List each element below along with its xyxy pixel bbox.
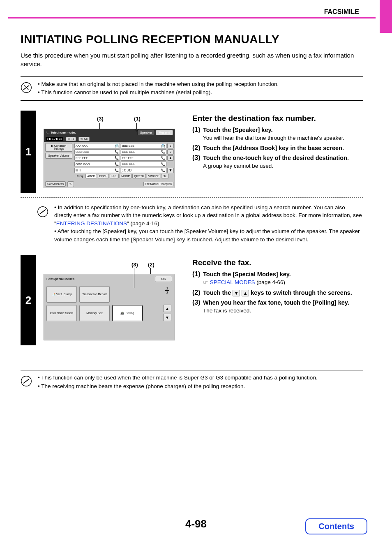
fax-manual-reception-button[interactable]: Fax Manual Reception <box>143 182 173 186</box>
panel-title: 📞 Telephone mode. <box>46 131 76 134</box>
scroll-down-button[interactable]: ▼ <box>163 314 171 321</box>
note-list: This function can only be used when the … <box>38 374 318 391</box>
freq-label: Freq. <box>76 175 85 178</box>
one-touch-key[interactable]: EEE EEE📞 <box>74 155 120 161</box>
index-tab[interactable]: EFGH <box>98 174 109 178</box>
category-label: FACSIMILE <box>8 8 376 16</box>
page-header: FACSIMILE <box>8 8 376 18</box>
index-tab[interactable]: etc. <box>161 174 169 178</box>
step1-figure: (3) (1) 📞 Telephone mode. Speaker Resend <box>36 111 188 193</box>
one-touch-key[interactable]: BBB BBB📇 <box>121 143 166 148</box>
resend-button[interactable]: Resend <box>156 130 173 135</box>
scroll-down-button[interactable]: ▼ <box>167 168 174 173</box>
one-touch-key[interactable]: AAA AAA📇 <box>74 143 120 148</box>
entering-destinations-link[interactable]: ENTERING DESTINATIONS <box>56 220 127 227</box>
callout-3: (3) <box>131 261 138 268</box>
index-tab[interactable]: MNOP <box>120 174 131 178</box>
scroll-up-button[interactable]: ▲ <box>163 305 171 312</box>
ok-button[interactable]: OK <box>155 276 172 282</box>
header-rule <box>8 17 376 18</box>
special-modes-panel: Fax/Special Modes OK 📑Verif. Stamp Trans… <box>44 274 175 340</box>
cc-field[interactable]: ✉ Cc <box>78 137 90 141</box>
page-fraction: 22 <box>165 287 169 294</box>
one-touch-key[interactable]: FFF FFF📞 <box>121 155 166 161</box>
verif-stamp-button[interactable]: 📑Verif. Stamp <box>46 286 77 303</box>
one-touch-key[interactable]: GGG GGG📞 <box>74 162 120 167</box>
substep-title: Touch the [Address Book] key in the base… <box>203 145 344 151</box>
callout-2: (2) <box>148 261 154 268</box>
scroll-up-button[interactable]: ▲ <box>167 155 174 161</box>
step2-figure: (3) (2) Fax/Special Modes OK 📑Verif. Sta… <box>36 255 188 345</box>
one-touch-key[interactable]: HHH HHH📞 <box>121 162 166 167</box>
step-number: 2 <box>21 255 36 345</box>
index-tab[interactable]: VWXYZ <box>147 174 160 178</box>
note-box-top: Make sure that an original is not placed… <box>21 76 363 101</box>
down-arrow-icon: ▼ <box>233 290 240 296</box>
note-item: Make sure that an original is not placed… <box>38 80 279 88</box>
callout-3: (3) <box>97 116 104 122</box>
dashed-separator <box>21 197 363 198</box>
transaction-report-button[interactable]: Transaction Report <box>79 286 110 303</box>
substep-body: A group key cannot be used. <box>192 162 363 170</box>
substep-title: Touch the one-touch key of the desired d… <box>203 155 349 161</box>
intro-paragraph: Use this procedure when you must start p… <box>21 51 363 68</box>
memory-box-button[interactable]: Memory Box <box>79 305 110 321</box>
page-indicator: 1 <box>167 143 174 148</box>
step-heading: Receive the fax. <box>192 258 363 267</box>
substep-title: Touch the ▼ ▲ keys to switch through the… <box>203 289 352 296</box>
one-touch-key[interactable]: CCC CCC📞 <box>74 149 120 155</box>
step-heading: Enter the destination fax number. <box>192 114 363 123</box>
step-1: 1 (3) (1) 📞 Telephone mode. Speaker Rese… <box>21 111 363 193</box>
main-content: INITIATING POLLING RECEPTION MANUALLY Us… <box>21 33 363 394</box>
step-2: 2 (3) (2) Fax/Special Modes OK 📑Verif. S… <box>21 255 363 345</box>
own-name-select-button[interactable]: Own Name Select <box>46 305 77 321</box>
index-tab[interactable]: ABCD <box>85 174 97 178</box>
substep-body: The fax is received. <box>192 307 363 315</box>
special-modes-link[interactable]: SPECIAL MODES <box>210 279 255 285</box>
one-touch-key[interactable]: III III📞 <box>74 168 120 173</box>
condition-settings-button[interactable]: ▶ Condition Settings <box>45 143 72 152</box>
index-tab[interactable]: QRSTU <box>132 174 146 178</box>
range-indicator: 5 ▶ 10 ▶ 15 <box>46 137 63 141</box>
step-number: 1 <box>21 111 36 193</box>
step1-text: Enter the destination fax number. (1)Tou… <box>188 111 363 193</box>
contents-button[interactable]: Contents <box>305 518 367 534</box>
page-title: INITIATING POLLING RECEPTION MANUALLY <box>21 33 363 46</box>
to-field[interactable]: ✉ To <box>66 137 76 141</box>
index-tab[interactable]: IJKL <box>110 174 119 178</box>
one-touch-key[interactable]: DDD DDD📞 <box>121 149 166 155</box>
note-item: This function cannot be used to poll mul… <box>38 88 279 97</box>
note-item: This function can only be used when the … <box>38 374 318 382</box>
panel-title: Fax/Special Modes <box>46 277 74 281</box>
one-touch-key[interactable]: JJJ JJJ📞 <box>121 168 166 173</box>
polling-button[interactable]: 📠Polling <box>112 305 143 321</box>
up-arrow-icon: ▲ <box>242 290 249 296</box>
note-icon <box>37 206 48 217</box>
substep-title: When you hear the fax tone, touch the [P… <box>203 299 349 306</box>
edit-icon[interactable]: ✎ <box>67 181 74 187</box>
telephone-mode-panel: 📞 Telephone mode. Speaker Resend 5 ▶ 10 … <box>44 129 175 188</box>
note-item: The receiving machine bears the expense … <box>38 382 318 391</box>
note-list: Make sure that an original is not placed… <box>38 80 279 97</box>
step2-text: Receive the fax. (1)Touch the [Special M… <box>188 255 363 345</box>
substep-body: You will hear the dial tone through the … <box>192 134 363 142</box>
callout-1: (1) <box>134 116 141 122</box>
step1-inner-note: In addition to specification by one-touc… <box>21 201 363 244</box>
note-box-bottom: This function can only be used when the … <box>21 370 363 394</box>
page-indicator: 2 <box>167 149 174 155</box>
note-item: In addition to specification by one-touc… <box>54 204 363 228</box>
note-item: After touching the [Speaker] key, you ca… <box>54 227 363 243</box>
side-tab <box>380 0 392 33</box>
sort-address-button[interactable]: Sort Address <box>45 181 66 187</box>
note-icon <box>21 82 32 93</box>
note-icon <box>21 375 32 387</box>
substep-title: Touch the [Speaker] key. <box>203 127 272 133</box>
speaker-volume-button[interactable]: Speaker Volume <box>45 153 72 159</box>
substep-title: Touch the [Special Modes] key. <box>203 271 291 278</box>
speaker-button[interactable]: Speaker <box>137 130 155 135</box>
